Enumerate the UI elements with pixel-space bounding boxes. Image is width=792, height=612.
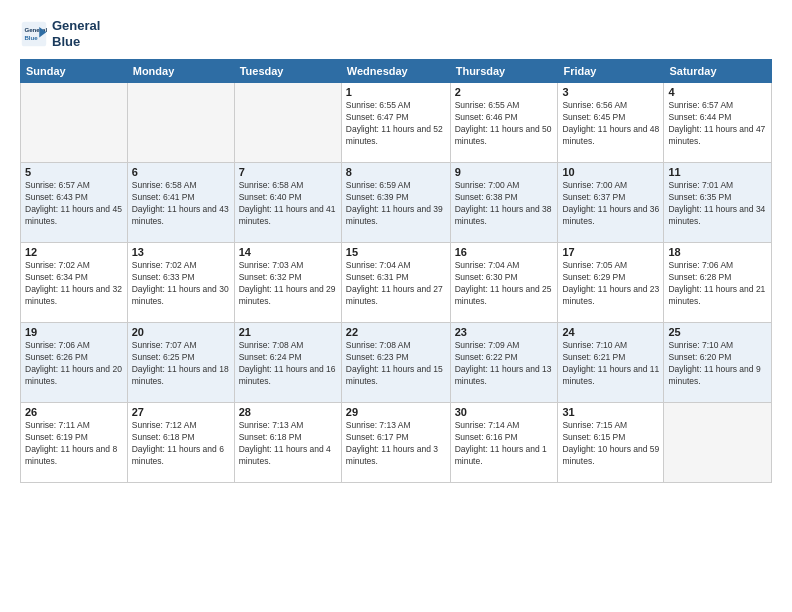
svg-text:Blue: Blue [24, 34, 38, 41]
calendar-cell: 23Sunrise: 7:09 AMSunset: 6:22 PMDayligh… [450, 323, 558, 403]
day-info: Sunrise: 7:08 AMSunset: 6:24 PMDaylight:… [239, 340, 337, 388]
calendar-cell [664, 403, 772, 483]
day-number: 30 [455, 406, 554, 418]
calendar-cell: 2Sunrise: 6:55 AMSunset: 6:46 PMDaylight… [450, 83, 558, 163]
calendar-cell: 31Sunrise: 7:15 AMSunset: 6:15 PMDayligh… [558, 403, 664, 483]
day-number: 15 [346, 246, 446, 258]
calendar-table: SundayMondayTuesdayWednesdayThursdayFrid… [20, 59, 772, 483]
day-info: Sunrise: 7:06 AMSunset: 6:28 PMDaylight:… [668, 260, 767, 308]
calendar-cell: 6Sunrise: 6:58 AMSunset: 6:41 PMDaylight… [127, 163, 234, 243]
day-info: Sunrise: 7:12 AMSunset: 6:18 PMDaylight:… [132, 420, 230, 468]
weekday-header-thursday: Thursday [450, 60, 558, 83]
day-number: 1 [346, 86, 446, 98]
day-info: Sunrise: 6:55 AMSunset: 6:46 PMDaylight:… [455, 100, 554, 148]
day-number: 14 [239, 246, 337, 258]
day-info: Sunrise: 6:57 AMSunset: 6:44 PMDaylight:… [668, 100, 767, 148]
calendar-cell: 24Sunrise: 7:10 AMSunset: 6:21 PMDayligh… [558, 323, 664, 403]
weekday-header-sunday: Sunday [21, 60, 128, 83]
day-number: 28 [239, 406, 337, 418]
day-info: Sunrise: 7:14 AMSunset: 6:16 PMDaylight:… [455, 420, 554, 468]
weekday-header-tuesday: Tuesday [234, 60, 341, 83]
day-info: Sunrise: 7:08 AMSunset: 6:23 PMDaylight:… [346, 340, 446, 388]
logo-text: GeneralBlue [52, 18, 100, 49]
calendar-week-row: 5Sunrise: 6:57 AMSunset: 6:43 PMDaylight… [21, 163, 772, 243]
day-number: 23 [455, 326, 554, 338]
day-info: Sunrise: 7:15 AMSunset: 6:15 PMDaylight:… [562, 420, 659, 468]
calendar-cell: 29Sunrise: 7:13 AMSunset: 6:17 PMDayligh… [341, 403, 450, 483]
weekday-header-wednesday: Wednesday [341, 60, 450, 83]
logo-icon: General Blue [20, 20, 48, 48]
day-info: Sunrise: 7:04 AMSunset: 6:31 PMDaylight:… [346, 260, 446, 308]
day-info: Sunrise: 6:58 AMSunset: 6:40 PMDaylight:… [239, 180, 337, 228]
calendar-cell: 22Sunrise: 7:08 AMSunset: 6:23 PMDayligh… [341, 323, 450, 403]
calendar-cell: 10Sunrise: 7:00 AMSunset: 6:37 PMDayligh… [558, 163, 664, 243]
day-number: 13 [132, 246, 230, 258]
day-number: 31 [562, 406, 659, 418]
day-number: 8 [346, 166, 446, 178]
day-info: Sunrise: 7:10 AMSunset: 6:21 PMDaylight:… [562, 340, 659, 388]
day-number: 6 [132, 166, 230, 178]
calendar-cell: 17Sunrise: 7:05 AMSunset: 6:29 PMDayligh… [558, 243, 664, 323]
day-info: Sunrise: 7:05 AMSunset: 6:29 PMDaylight:… [562, 260, 659, 308]
day-info: Sunrise: 6:58 AMSunset: 6:41 PMDaylight:… [132, 180, 230, 228]
day-info: Sunrise: 7:02 AMSunset: 6:34 PMDaylight:… [25, 260, 123, 308]
day-number: 12 [25, 246, 123, 258]
day-info: Sunrise: 7:01 AMSunset: 6:35 PMDaylight:… [668, 180, 767, 228]
day-number: 7 [239, 166, 337, 178]
day-info: Sunrise: 6:55 AMSunset: 6:47 PMDaylight:… [346, 100, 446, 148]
calendar-cell: 1Sunrise: 6:55 AMSunset: 6:47 PMDaylight… [341, 83, 450, 163]
calendar-cell: 19Sunrise: 7:06 AMSunset: 6:26 PMDayligh… [21, 323, 128, 403]
day-number: 9 [455, 166, 554, 178]
day-number: 11 [668, 166, 767, 178]
weekday-header-monday: Monday [127, 60, 234, 83]
day-info: Sunrise: 7:00 AMSunset: 6:38 PMDaylight:… [455, 180, 554, 228]
calendar-cell: 30Sunrise: 7:14 AMSunset: 6:16 PMDayligh… [450, 403, 558, 483]
calendar-cell: 9Sunrise: 7:00 AMSunset: 6:38 PMDaylight… [450, 163, 558, 243]
day-number: 19 [25, 326, 123, 338]
calendar-cell: 5Sunrise: 6:57 AMSunset: 6:43 PMDaylight… [21, 163, 128, 243]
calendar-cell: 12Sunrise: 7:02 AMSunset: 6:34 PMDayligh… [21, 243, 128, 323]
day-number: 5 [25, 166, 123, 178]
calendar-cell: 8Sunrise: 6:59 AMSunset: 6:39 PMDaylight… [341, 163, 450, 243]
calendar-cell [21, 83, 128, 163]
calendar-cell: 20Sunrise: 7:07 AMSunset: 6:25 PMDayligh… [127, 323, 234, 403]
calendar-cell: 3Sunrise: 6:56 AMSunset: 6:45 PMDaylight… [558, 83, 664, 163]
calendar-cell: 25Sunrise: 7:10 AMSunset: 6:20 PMDayligh… [664, 323, 772, 403]
day-info: Sunrise: 6:59 AMSunset: 6:39 PMDaylight:… [346, 180, 446, 228]
calendar-week-row: 1Sunrise: 6:55 AMSunset: 6:47 PMDaylight… [21, 83, 772, 163]
day-number: 29 [346, 406, 446, 418]
day-info: Sunrise: 6:56 AMSunset: 6:45 PMDaylight:… [562, 100, 659, 148]
day-number: 26 [25, 406, 123, 418]
calendar-cell [234, 83, 341, 163]
day-number: 2 [455, 86, 554, 98]
day-info: Sunrise: 6:57 AMSunset: 6:43 PMDaylight:… [25, 180, 123, 228]
calendar-cell: 7Sunrise: 6:58 AMSunset: 6:40 PMDaylight… [234, 163, 341, 243]
day-number: 22 [346, 326, 446, 338]
calendar-cell: 4Sunrise: 6:57 AMSunset: 6:44 PMDaylight… [664, 83, 772, 163]
calendar-cell: 16Sunrise: 7:04 AMSunset: 6:30 PMDayligh… [450, 243, 558, 323]
day-number: 18 [668, 246, 767, 258]
logo: General Blue GeneralBlue [20, 18, 100, 49]
calendar-cell [127, 83, 234, 163]
calendar-cell: 14Sunrise: 7:03 AMSunset: 6:32 PMDayligh… [234, 243, 341, 323]
weekday-header-saturday: Saturday [664, 60, 772, 83]
day-number: 20 [132, 326, 230, 338]
calendar-cell: 15Sunrise: 7:04 AMSunset: 6:31 PMDayligh… [341, 243, 450, 323]
weekday-header-friday: Friday [558, 60, 664, 83]
day-number: 17 [562, 246, 659, 258]
day-number: 3 [562, 86, 659, 98]
calendar-cell: 11Sunrise: 7:01 AMSunset: 6:35 PMDayligh… [664, 163, 772, 243]
day-info: Sunrise: 7:04 AMSunset: 6:30 PMDaylight:… [455, 260, 554, 308]
calendar-week-row: 26Sunrise: 7:11 AMSunset: 6:19 PMDayligh… [21, 403, 772, 483]
calendar-week-row: 12Sunrise: 7:02 AMSunset: 6:34 PMDayligh… [21, 243, 772, 323]
day-info: Sunrise: 7:02 AMSunset: 6:33 PMDaylight:… [132, 260, 230, 308]
day-info: Sunrise: 7:09 AMSunset: 6:22 PMDaylight:… [455, 340, 554, 388]
day-info: Sunrise: 7:07 AMSunset: 6:25 PMDaylight:… [132, 340, 230, 388]
calendar-cell: 21Sunrise: 7:08 AMSunset: 6:24 PMDayligh… [234, 323, 341, 403]
calendar-cell: 28Sunrise: 7:13 AMSunset: 6:18 PMDayligh… [234, 403, 341, 483]
day-number: 16 [455, 246, 554, 258]
day-number: 24 [562, 326, 659, 338]
calendar-cell: 13Sunrise: 7:02 AMSunset: 6:33 PMDayligh… [127, 243, 234, 323]
calendar-week-row: 19Sunrise: 7:06 AMSunset: 6:26 PMDayligh… [21, 323, 772, 403]
day-number: 25 [668, 326, 767, 338]
